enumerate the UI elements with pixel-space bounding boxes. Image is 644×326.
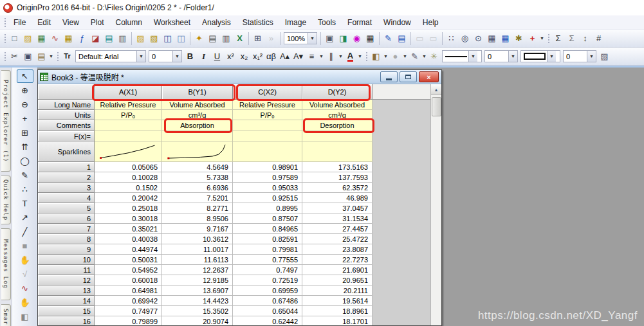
cell-d-11[interactable]: 21.6901 [302, 265, 373, 275]
cell-a-15[interactable]: 0.74977 [95, 306, 162, 316]
cell-fx-a[interactable] [95, 131, 162, 141]
new-workbook-icon[interactable]: ▦ [35, 32, 48, 45]
dock-tab-smar[interactable]: Smar [1, 304, 11, 326]
cell-a-5[interactable]: 0.25018 [95, 203, 162, 213]
cell-b-11[interactable]: 12.2637 [162, 265, 233, 275]
fill-color-icon[interactable]: ◧ [369, 50, 383, 63]
cell-c-10[interactable]: 0.77555 [233, 255, 302, 265]
cell-b-12[interactable]: 12.9185 [162, 275, 233, 285]
cell-long_name-b[interactable]: Volume Absorbed [162, 100, 233, 110]
cell-a-7[interactable]: 0.35021 [95, 224, 162, 234]
row-label-fx[interactable]: F(x)= [38, 131, 95, 141]
rotate-3d-icon[interactable]: ◧ [17, 310, 33, 323]
corner-cell[interactable] [38, 84, 95, 100]
cell-d-16[interactable]: 18.1701 [302, 316, 373, 325]
cell-b-13[interactable]: 13.6907 [162, 285, 233, 296]
border-style-select[interactable]: ▼ [520, 50, 560, 62]
cell-comments-d[interactable]: Desorption [302, 120, 373, 131]
new-function-icon[interactable]: ƒ [75, 32, 89, 45]
cell-b-10[interactable]: 11.6113 [162, 255, 233, 265]
lighting-icon[interactable]: ✳ [427, 50, 441, 63]
cell-c-16[interactable]: 0.62442 [233, 316, 302, 325]
cell-d-6[interactable]: 31.1534 [302, 213, 373, 224]
menu-statistics[interactable]: Statistics [237, 16, 279, 29]
edit-page-icon[interactable]: ✎ [382, 32, 395, 45]
cell-b-2[interactable]: 5.7338 [162, 172, 233, 183]
bold-icon[interactable]: B [183, 50, 197, 63]
greek-icon[interactable]: αβ [264, 50, 278, 63]
toolbar-gripper[interactable] [3, 33, 6, 44]
italic-icon[interactable]: I [197, 50, 210, 63]
cell-a-8[interactable]: 0.40038 [95, 234, 162, 244]
increase-font-icon[interactable]: A▴ [278, 50, 291, 63]
dropdown-arrow-icon[interactable]: ▼ [357, 50, 363, 63]
cell-b-6[interactable]: 8.9506 [162, 213, 233, 224]
vertical-scrollbar[interactable]: ▲ [430, 84, 441, 325]
print-icon[interactable]: ▣ [323, 32, 336, 45]
cell-d-7[interactable]: 27.4457 [302, 224, 373, 234]
dropdown-arrow-icon[interactable]: ▼ [421, 50, 427, 63]
chevron-down-icon[interactable]: ▼ [508, 51, 517, 62]
row-header-13[interactable]: 13 [38, 285, 95, 296]
row-header-7[interactable]: 7 [38, 224, 95, 234]
underline-icon[interactable]: U [210, 50, 224, 63]
close-button[interactable]: × [419, 71, 439, 82]
border-width-select[interactable]: 0▼ [563, 50, 596, 62]
font-style-icon[interactable]: Tr [60, 50, 74, 63]
cell-units-a[interactable]: P/Pₒ [95, 110, 162, 120]
origin-central-icon[interactable]: ◉ [350, 32, 363, 45]
pan-tool-icon[interactable]: ✋ [17, 253, 33, 267]
font-size-select[interactable]: 0▼ [149, 50, 182, 62]
column-marks-icon[interactable]: ∥ [324, 50, 338, 63]
zoom-select[interactable]: 100%▼ [284, 32, 317, 44]
subscript-icon[interactable]: x₂ [237, 50, 251, 63]
minimize-button[interactable] [380, 71, 398, 82]
cell-d-13[interactable]: 20.2111 [302, 285, 373, 296]
font-color-icon[interactable]: A [344, 50, 357, 63]
cell-units-b[interactable]: cm³/g [162, 110, 233, 120]
cell-a-12[interactable]: 0.60018 [95, 275, 162, 285]
cell-b-16[interactable]: 20.9074 [162, 316, 233, 325]
menu-worksheet[interactable]: Worksheet [148, 16, 196, 29]
open-template-icon[interactable]: ▧ [147, 32, 161, 45]
zoom-out-icon[interactable]: ⊖ [17, 98, 33, 111]
book3-titlebar[interactable]: Book3 - 等温吸脱附 * × [38, 70, 441, 84]
save-project-icon[interactable]: ◫ [161, 32, 174, 45]
print-preview-icon[interactable]: ◨ [336, 32, 350, 45]
dropdown-arrow-icon[interactable]: ▼ [383, 50, 389, 63]
align-left-icon[interactable]: ≡ [305, 50, 318, 63]
cell-a-1[interactable]: 0.05065 [95, 162, 162, 172]
cell-comments-a[interactable] [95, 120, 162, 131]
scroll-up-button[interactable]: ▲ [431, 84, 441, 95]
open-file-icon[interactable]: ▨ [134, 32, 147, 45]
sub-superscript-icon[interactable]: x₁² [251, 50, 264, 63]
cell-b-3[interactable]: 6.6936 [162, 183, 233, 193]
cell-c-9[interactable]: 0.79981 [233, 244, 302, 255]
copy-icon[interactable]: ▣ [21, 50, 35, 63]
row-header-4[interactable]: 4 [38, 193, 95, 203]
cell-c-6[interactable]: 0.87507 [233, 213, 302, 224]
import-multiple-ascii-icon[interactable]: ▥ [219, 32, 233, 45]
import-ascii-icon[interactable]: ▤ [206, 32, 219, 45]
cell-c-11[interactable]: 0.7497 [233, 265, 302, 275]
import-wizard-icon[interactable]: ✦ [192, 32, 206, 45]
cell-comments-b[interactable]: Absorption [162, 120, 233, 131]
menu-plot[interactable]: Plot [85, 16, 110, 29]
row-header-11[interactable]: 11 [38, 265, 95, 275]
text-tool-icon[interactable]: T [17, 197, 33, 210]
cell-d-14[interactable]: 19.5614 [302, 296, 373, 306]
cell-c-14[interactable]: 0.67486 [233, 296, 302, 306]
cell-c-5[interactable]: 0.8995 [233, 203, 302, 213]
row-header-3[interactable]: 3 [38, 183, 95, 193]
menu-image[interactable]: Image [279, 16, 312, 29]
pattern-color-icon[interactable]: ● [389, 50, 402, 63]
system-settings-icon[interactable]: ✱ [512, 32, 526, 45]
sparkline-c[interactable] [233, 141, 302, 162]
chevron-down-icon[interactable]: ▼ [468, 51, 477, 62]
cell-c-15[interactable]: 0.65044 [233, 306, 302, 316]
save-template-icon[interactable]: ◫ [174, 32, 188, 45]
add-new-column-icon[interactable]: + [526, 32, 539, 45]
dock-tab-project-explorer-1-[interactable]: Project Explorer (1) [1, 70, 11, 172]
maximize-button[interactable] [400, 71, 417, 82]
decrease-font-icon[interactable]: A▾ [291, 50, 305, 63]
